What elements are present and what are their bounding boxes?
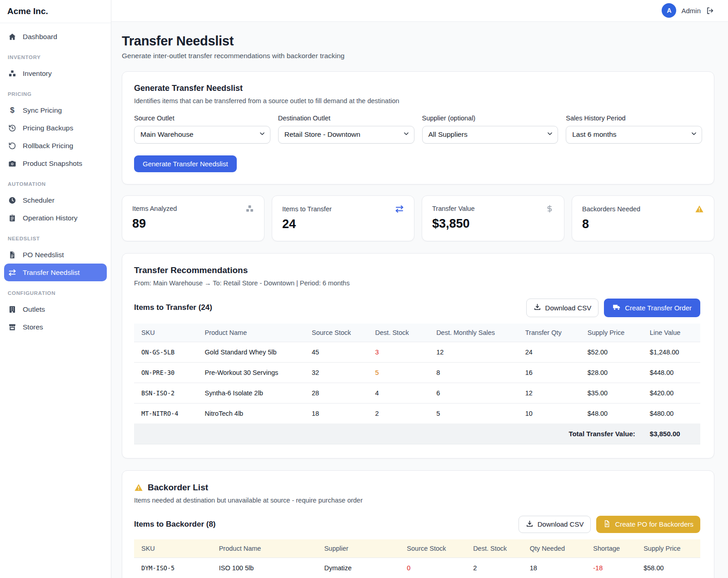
clipboard-icon bbox=[8, 214, 16, 222]
cell-product: ISO 100 5lb bbox=[212, 558, 317, 578]
cell-source-stock: 18 bbox=[304, 403, 368, 424]
cell-product: Syntha-6 Isolate 2lb bbox=[198, 383, 304, 403]
total-transfer-value: $3,850.00 bbox=[643, 424, 700, 444]
backorder-description: Items needed at destination but unavaila… bbox=[134, 497, 700, 504]
stat-backorders-needed: Backorders Needed 8 bbox=[572, 195, 714, 241]
col-line-value: Line Value bbox=[643, 324, 700, 342]
topbar: A Admin bbox=[111, 0, 728, 22]
generate-button[interactable]: Generate Transfer Needslist bbox=[134, 155, 237, 172]
file-text-icon bbox=[8, 251, 16, 259]
avatar[interactable]: A bbox=[662, 3, 676, 18]
sales-history-select[interactable]: Last 6 months bbox=[566, 126, 702, 144]
cell-dest-stock: 5 bbox=[368, 362, 429, 383]
col-shortage: Shortage bbox=[586, 539, 636, 558]
cell-dest-stock: 2 bbox=[466, 558, 523, 578]
stats-row: Items Analyzed 89 Items to Transfer 24 T… bbox=[122, 195, 714, 241]
home-icon bbox=[8, 33, 16, 41]
sidebar-item-po-needslist[interactable]: PO Needslist bbox=[4, 246, 107, 264]
sidebar-item-rollback-pricing[interactable]: Rollback Pricing bbox=[4, 137, 107, 154]
total-transfer-value-label: Total Transfer Value: bbox=[134, 424, 643, 444]
source-outlet-select[interactable]: Main Warehouse bbox=[134, 126, 270, 144]
sidebar-item-inventory[interactable]: Inventory bbox=[4, 65, 107, 82]
col-qty-needed: Qty Needed bbox=[523, 539, 586, 558]
cell-sku: ON-GS-5LB bbox=[134, 342, 198, 362]
truck-icon bbox=[613, 303, 621, 313]
sidebar-item-label: Inventory bbox=[23, 70, 52, 78]
sidebar-item-pricing-backups[interactable]: Pricing Backups bbox=[4, 119, 107, 137]
sidebar-item-dashboard[interactable]: Dashboard bbox=[4, 28, 107, 45]
backorder-download-csv-button[interactable]: Download CSV bbox=[519, 516, 591, 533]
rotate-ccw-icon bbox=[8, 142, 16, 150]
cell-line-value: $448.00 bbox=[643, 362, 700, 383]
sidebar-item-transfer-needslist[interactable]: Transfer Needslist bbox=[4, 264, 107, 281]
dollar-icon bbox=[545, 204, 554, 213]
sidebar-item-label: Outlets bbox=[23, 305, 45, 314]
cell-sku: DYM-ISO-5 bbox=[134, 558, 212, 578]
table-header-row: SKU Product Name Supplier Source Stock D… bbox=[134, 539, 700, 558]
table-row: DYM-ISO-5 ISO 100 5lb Dymatize 0 2 18 -1… bbox=[134, 558, 700, 578]
create-po-label: Create PO for Backorders bbox=[615, 520, 693, 528]
user-name: Admin bbox=[681, 7, 701, 15]
col-dest-monthly-sales: Dest. Monthly Sales bbox=[429, 324, 518, 342]
col-product-name: Product Name bbox=[212, 539, 317, 558]
chevron-down-icon bbox=[547, 130, 553, 139]
sidebar-item-outlets[interactable]: Outlets bbox=[4, 300, 107, 318]
col-transfer-qty: Transfer Qty bbox=[518, 324, 580, 342]
col-source-stock: Source Stock bbox=[399, 539, 466, 558]
source-outlet-value: Main Warehouse bbox=[140, 130, 194, 139]
sidebar-section-inventory: INVENTORY bbox=[4, 55, 107, 60]
cell-dest-stock: 2 bbox=[368, 403, 429, 424]
supplier-select[interactable]: All Suppliers bbox=[422, 126, 558, 144]
cell-qty-needed: 18 bbox=[523, 558, 586, 578]
source-outlet-label: Source Outlet bbox=[134, 115, 270, 122]
sidebar-section-automation: AUTOMATION bbox=[4, 181, 107, 187]
cell-source-stock: 32 bbox=[304, 362, 368, 383]
transfer-table: SKU Product Name Source Stock Dest. Stoc… bbox=[134, 324, 700, 444]
page-content: Transfer Needslist Generate inter-outlet… bbox=[111, 22, 728, 578]
sidebar-item-stores[interactable]: Stores bbox=[4, 318, 107, 336]
table-row: ON-PRE-30 Pre-Workout 30 Servings 32 5 8… bbox=[134, 362, 700, 383]
col-supply-price: Supply Price bbox=[636, 539, 700, 558]
col-sku: SKU bbox=[134, 539, 212, 558]
cell-monthly-sales: 8 bbox=[429, 362, 518, 383]
sidebar-item-sync-pricing[interactable]: $ Sync Pricing bbox=[4, 101, 107, 119]
stat-value: $3,850 bbox=[432, 217, 554, 231]
generate-card: Generate Transfer Needslist Identifies i… bbox=[122, 71, 714, 184]
sidebar-item-label: Scheduler bbox=[23, 196, 55, 204]
create-po-button[interactable]: Create PO for Backorders bbox=[596, 516, 700, 533]
cell-transfer-qty: 16 bbox=[518, 362, 580, 383]
col-supplier: Supplier bbox=[317, 539, 399, 558]
col-product-name: Product Name bbox=[198, 324, 304, 342]
boxes-icon bbox=[8, 70, 16, 78]
page-subtitle: Generate inter-outlet transfer recommend… bbox=[122, 52, 714, 60]
cell-supplier: Dymatize bbox=[317, 558, 399, 578]
create-transfer-order-button[interactable]: Create Transfer Order bbox=[604, 299, 700, 317]
recommendations-title: Transfer Recommendations bbox=[134, 265, 700, 275]
cell-supply-price: $58.00 bbox=[636, 558, 700, 578]
cell-line-value: $480.00 bbox=[643, 403, 700, 424]
boxes-icon bbox=[245, 204, 254, 213]
items-to-transfer-title: Items to Transfer (24) bbox=[134, 303, 212, 312]
sidebar-item-label: Rollback Pricing bbox=[23, 142, 73, 150]
sales-history-label: Sales History Period bbox=[566, 115, 702, 122]
total-row: Total Transfer Value: $3,850.00 bbox=[134, 424, 700, 444]
destination-outlet-select[interactable]: Retail Store - Downtown bbox=[278, 126, 414, 144]
download-csv-button[interactable]: Download CSV bbox=[526, 299, 599, 317]
stat-transfer-value: Transfer Value $3,850 bbox=[422, 195, 564, 241]
table-row: ON-GS-5LB Gold Standard Whey 5lb 45 3 12… bbox=[134, 342, 700, 362]
sidebar-item-product-snapshots[interactable]: Product Snapshots bbox=[4, 154, 107, 172]
sidebar-item-scheduler[interactable]: Scheduler bbox=[4, 191, 107, 209]
chevron-down-icon bbox=[259, 130, 265, 139]
backorder-table: SKU Product Name Supplier Source Stock D… bbox=[134, 539, 700, 578]
sidebar-item-operation-history[interactable]: Operation History bbox=[4, 209, 107, 227]
destination-outlet-value: Retail Store - Downtown bbox=[284, 130, 360, 139]
history-icon bbox=[8, 124, 16, 132]
logout-icon[interactable] bbox=[706, 6, 714, 15]
transfer-icon bbox=[395, 204, 404, 214]
col-dest-stock: Dest. Stock bbox=[368, 324, 429, 342]
cell-supply-price: $48.00 bbox=[580, 403, 643, 424]
cell-source-stock: 0 bbox=[399, 558, 466, 578]
brand-logo: Acme Inc. bbox=[0, 0, 111, 23]
cell-dest-stock: 4 bbox=[368, 383, 429, 403]
stat-items-analyzed: Items Analyzed 89 bbox=[122, 195, 264, 241]
